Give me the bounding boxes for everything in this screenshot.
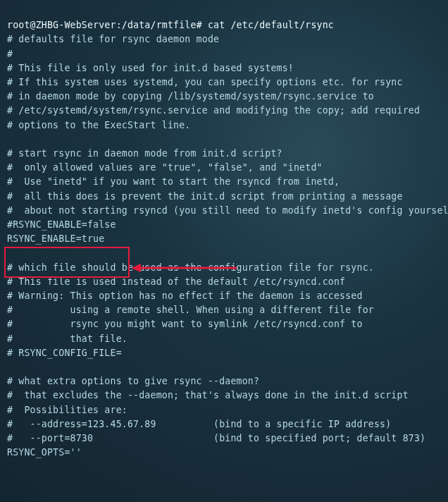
file-line: RSYNC_ENABLE=true bbox=[7, 233, 104, 244]
file-line: # Use "inetd" if you want to start the r… bbox=[7, 176, 340, 187]
file-line: # If this system uses systemd, you can s… bbox=[7, 77, 403, 87]
prompt-path: /data/rmtfile bbox=[122, 20, 197, 30]
file-line: # that excludes the --daemon; that's alw… bbox=[7, 390, 409, 400]
prompt-symbol: # bbox=[197, 20, 202, 30]
terminal-output: root@ZHBG-WebServer:/data/rmtfile# cat /… bbox=[0, 0, 448, 467]
file-line: # only allowed values are "true", "false… bbox=[7, 162, 323, 173]
file-line: RSYNC_OPTS='' bbox=[7, 447, 82, 458]
file-line: # options to the ExecStart line. bbox=[7, 120, 190, 130]
file-line: # Possibilities are: bbox=[7, 405, 127, 415]
file-line: # which file should be used as the confi… bbox=[7, 262, 374, 273]
command-text: cat /etc/default/rsync bbox=[208, 20, 334, 30]
file-line: # RSYNC_CONFIG_FILE= bbox=[7, 348, 122, 358]
file-line: # rsync you might want to symlink /etc/r… bbox=[7, 319, 363, 329]
file-line: # --address=123.45.67.89 (bind to a spec… bbox=[7, 419, 391, 429]
file-line: # that file. bbox=[7, 333, 127, 344]
file-line: # /etc/systemd/system/rsync.service and … bbox=[7, 105, 420, 116]
file-line: # about not starting rsyncd (you still n… bbox=[7, 205, 448, 216]
file-line: # what extra options to give rsync --dae… bbox=[7, 376, 259, 386]
file-line: #RSYNC_ENABLE=false bbox=[7, 219, 116, 230]
file-line: # using a remote shell. When using a dif… bbox=[7, 305, 374, 315]
prompt-user-host: root@ZHBG-WebServer bbox=[7, 20, 116, 30]
file-line: # start rsync in daemon mode from init.d… bbox=[7, 148, 282, 159]
file-line: # Warning: This option has no effect if … bbox=[7, 290, 363, 301]
file-line: # --port=8730 (bind to specified port; d… bbox=[7, 433, 425, 443]
file-line: # in daemon mode by copying /lib/systemd… bbox=[7, 91, 374, 102]
file-line: # defaults file for rsync daemon mode bbox=[7, 34, 219, 44]
file-line: # all this does is prevent the init.d sc… bbox=[7, 191, 403, 202]
file-line: # This file is only used for init.d base… bbox=[7, 63, 294, 73]
file-line: # bbox=[7, 49, 13, 59]
file-line: # This file is used instead of the defau… bbox=[7, 276, 345, 287]
shell-prompt: root@ZHBG-WebServer:/data/rmtfile# cat /… bbox=[7, 20, 334, 30]
